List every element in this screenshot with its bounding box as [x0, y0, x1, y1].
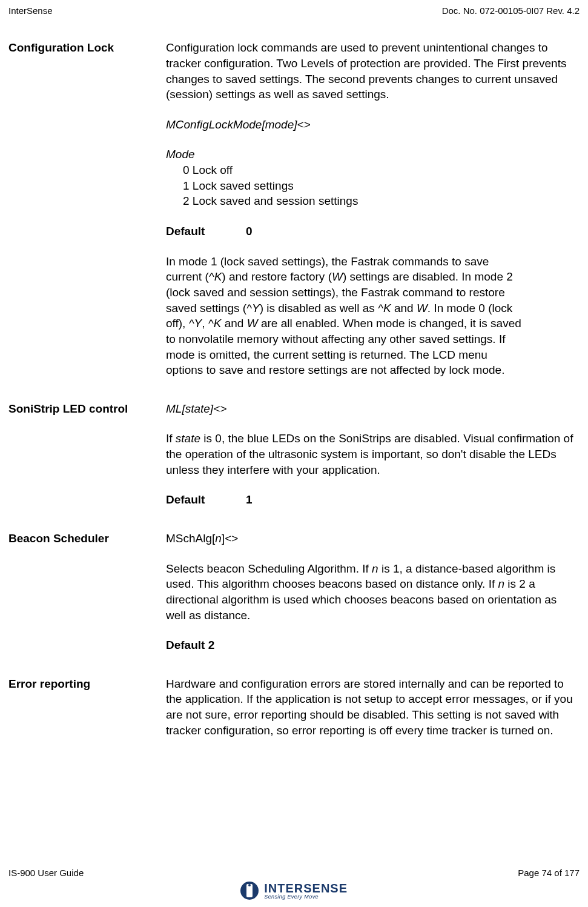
- beacon-command: MSchAlg[n]<>: [166, 531, 580, 547]
- sonistrip-detail: If state is 0, the blue LEDs on the Soni…: [166, 431, 580, 477]
- text: If: [166, 432, 176, 445]
- section-body: Configuration lock commands are used to …: [166, 40, 580, 378]
- section-label: Beacon Scheduler: [8, 531, 166, 653]
- footer-row: IS-900 User Guide Page 74 of 177: [8, 867, 580, 879]
- footer-right: Page 74 of 177: [518, 867, 580, 879]
- param-italic: n: [215, 532, 222, 545]
- logo-main-text: INTERSENSE: [264, 882, 348, 894]
- page-header: InterSense Doc. No. 072-00105-0I07 Rev. …: [0, 0, 588, 17]
- param-italic: n: [498, 577, 505, 590]
- default-label: Default: [166, 492, 246, 508]
- sonistrip-default: Default 1: [166, 492, 580, 508]
- config-lock-modes: Mode 0 Lock off 1 Lock saved settings 2 …: [166, 147, 580, 209]
- section-error-reporting: Error reporting Hardware and configurati…: [8, 676, 580, 739]
- cmd-italic: ^K: [378, 302, 391, 314]
- cmd-italic: ^K: [209, 270, 222, 283]
- text: ) is disabled as well as: [260, 302, 378, 314]
- config-lock-default: Default 0: [166, 224, 580, 239]
- beacon-default: Default 2: [166, 637, 580, 653]
- default-value: 0: [246, 224, 253, 239]
- text: ,: [202, 317, 208, 330]
- intersense-logo-icon: [240, 882, 259, 900]
- section-sonistrip-led: SoniStrip LED control ML[state]<> If sta…: [8, 401, 580, 508]
- mode-option-0: 0 Lock off: [166, 162, 580, 178]
- config-lock-intro: Configuration lock commands are used to …: [166, 40, 580, 102]
- section-configuration-lock: Configuration Lock Configuration lock co…: [8, 40, 580, 378]
- cmd-italic: ^Y: [246, 302, 260, 314]
- config-lock-detail: In mode 1 (lock saved settings), the Fas…: [166, 254, 523, 378]
- param-italic: state: [176, 432, 200, 445]
- cmd-italic: ^Y: [189, 317, 202, 330]
- footer-logo: INTERSENSE Sensing Every Move: [8, 882, 580, 900]
- footer-left: IS-900 User Guide: [8, 867, 84, 879]
- text: and: [221, 317, 246, 330]
- mode-heading: Mode: [166, 147, 580, 162]
- logo-sub-text: Sensing Every Move: [264, 894, 348, 900]
- error-detail: Hardware and configuration errors are st…: [166, 676, 580, 739]
- cmd-italic: ^K: [208, 317, 222, 330]
- section-label: Configuration Lock: [8, 40, 166, 378]
- text: and: [391, 302, 417, 314]
- cmd-italic: W: [417, 302, 428, 314]
- section-body: ML[state]<> If state is 0, the blue LEDs…: [166, 401, 580, 508]
- text: Selects beacon Scheduling Algorithm. If: [166, 562, 372, 575]
- logo-text: INTERSENSE Sensing Every Move: [264, 882, 348, 900]
- config-lock-command: MConfigLockMode[mode]<>: [166, 117, 580, 133]
- header-left: InterSense: [8, 5, 53, 17]
- section-body: MSchAlg[n]<> Selects beacon Scheduling A…: [166, 531, 580, 653]
- default-value: 1: [246, 492, 253, 508]
- mode-option-2: 2 Lock saved and session settings: [166, 193, 580, 209]
- page-content: Configuration Lock Configuration lock co…: [0, 17, 588, 738]
- text: ) and restore factory (: [222, 270, 332, 283]
- section-beacon-scheduler: Beacon Scheduler MSchAlg[n]<> Selects be…: [8, 531, 580, 653]
- text: is 0, the blue LEDs on the SoniStrips ar…: [166, 432, 573, 476]
- beacon-detail: Selects beacon Scheduling Algorithm. If …: [166, 561, 580, 623]
- section-label: Error reporting: [8, 676, 166, 739]
- default-label: Default: [166, 224, 246, 239]
- header-right: Doc. No. 072-00105-0I07 Rev. 4.2: [442, 5, 580, 17]
- text: MSchAlg[: [166, 532, 215, 545]
- section-label: SoniStrip LED control: [8, 401, 166, 508]
- text: ]<>: [222, 532, 238, 545]
- param-italic: n: [372, 562, 378, 575]
- page-footer: IS-900 User Guide Page 74 of 177 INTERSE…: [0, 867, 588, 900]
- mode-option-1: 1 Lock saved settings: [166, 178, 580, 194]
- logo-wrap: INTERSENSE Sensing Every Move: [240, 882, 348, 900]
- cmd-italic: W: [332, 270, 343, 283]
- sonistrip-command: ML[state]<>: [166, 401, 580, 417]
- section-body: Hardware and configuration errors are st…: [166, 676, 580, 739]
- cmd-italic: W: [247, 317, 258, 330]
